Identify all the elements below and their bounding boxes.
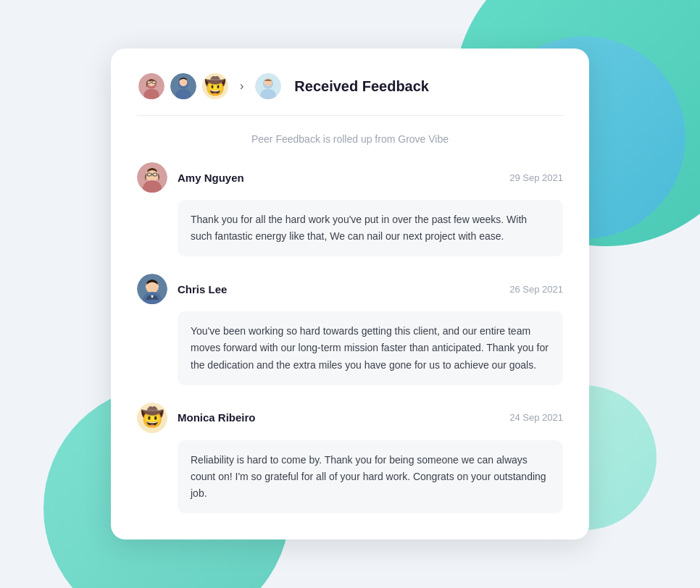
feedback-meta-1: Amy Nguyen 29 Sep 2021 [137, 162, 563, 193]
feedback-meta-3: 🤠 Monica Ribeiro 24 Sep 2021 [137, 403, 563, 433]
feedback-date-3: 24 Sep 2021 [509, 412, 563, 423]
avatar-chris [169, 72, 198, 101]
feedback-body-1: Thank you for all the hard work you've p… [178, 200, 563, 256]
feedback-avatar-amy [137, 162, 167, 193]
arrow-icon: › [240, 80, 243, 93]
feedback-author-3: Monica Ribeiro [178, 411, 509, 424]
feedback-avatar-monica: 🤠 [137, 403, 167, 433]
avatar-amy [137, 72, 166, 101]
feedback-item-3: 🤠 Monica Ribeiro 24 Sep 2021 Reliability… [137, 403, 563, 513]
feedback-body-3: Reliability is hard to come by. Thank yo… [178, 440, 563, 513]
feedback-date-2: 26 Sep 2021 [509, 284, 563, 295]
feedback-body-2: You've been working so hard towards gett… [178, 311, 563, 385]
feedback-author-1: Amy Nguyen [178, 172, 509, 184]
feedback-item-2: Chris Lee 26 Sep 2021 You've been workin… [137, 274, 563, 385]
subtitle-text: Peer Feedback is rolled up from Grove Vi… [137, 133, 563, 145]
feedback-author-2: Chris Lee [178, 283, 509, 295]
feedback-avatar-chris [137, 274, 167, 304]
feedback-list: Amy Nguyen 29 Sep 2021 Thank you for all… [137, 162, 563, 513]
avatar-monica: 🤠 [201, 72, 230, 101]
card-header: 🤠 › Received Feedback [137, 72, 563, 116]
feedback-date-1: 29 Sep 2021 [509, 172, 563, 183]
avatar-group: 🤠 [137, 72, 230, 101]
feedback-meta-2: Chris Lee 26 Sep 2021 [137, 274, 563, 304]
page-title: Received Feedback [294, 78, 429, 95]
feedback-item-1: Amy Nguyen 29 Sep 2021 Thank you for all… [137, 162, 563, 256]
avatar-recipient [254, 72, 283, 101]
main-card: 🤠 › Received Feedback Peer Feedback is r… [111, 49, 589, 539]
